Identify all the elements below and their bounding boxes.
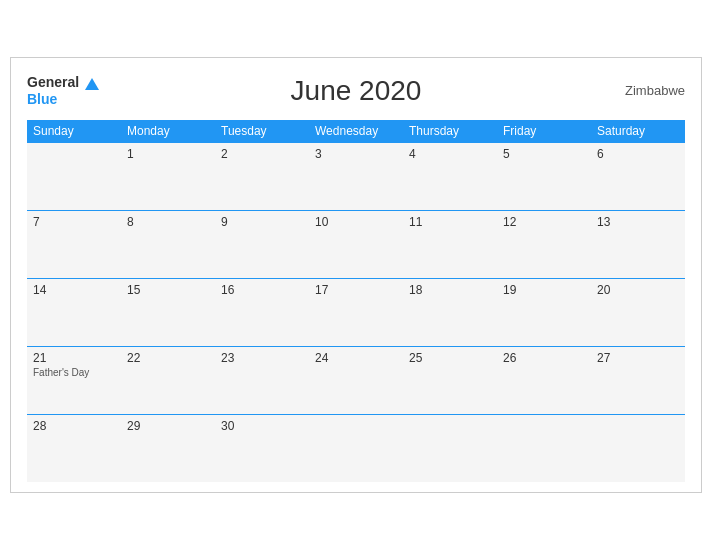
date-number: 6 (597, 147, 679, 161)
header-saturday: Saturday (591, 120, 685, 143)
date-number: 26 (503, 351, 585, 365)
date-number: 12 (503, 215, 585, 229)
calendar-cell: 5 (497, 142, 591, 210)
date-number: 10 (315, 215, 397, 229)
calendar-cell: 1 (121, 142, 215, 210)
date-number: 17 (315, 283, 397, 297)
calendar-cell: 13 (591, 210, 685, 278)
calendar-cell: 18 (403, 278, 497, 346)
date-number: 23 (221, 351, 303, 365)
calendar-cell: 2 (215, 142, 309, 210)
calendar-cell (309, 414, 403, 482)
date-number: 4 (409, 147, 491, 161)
calendar-cell: 6 (591, 142, 685, 210)
logo-blue-text: Blue (27, 91, 57, 108)
date-number: 20 (597, 283, 679, 297)
header-monday: Monday (121, 120, 215, 143)
header-wednesday: Wednesday (309, 120, 403, 143)
date-number: 13 (597, 215, 679, 229)
calendar-grid: Sunday Monday Tuesday Wednesday Thursday… (27, 120, 685, 483)
calendar-header: General Blue June 2020 Zimbabwe (27, 74, 685, 108)
calendar-cell: 9 (215, 210, 309, 278)
calendar-cell: 12 (497, 210, 591, 278)
week-row-0: 123456 (27, 142, 685, 210)
week-row-4: 282930 (27, 414, 685, 482)
calendar-cell: 4 (403, 142, 497, 210)
calendar-cell: 22 (121, 346, 215, 414)
date-number: 22 (127, 351, 209, 365)
date-number: 24 (315, 351, 397, 365)
calendar-cell: 28 (27, 414, 121, 482)
date-number: 19 (503, 283, 585, 297)
calendar-cell: 30 (215, 414, 309, 482)
date-number: 29 (127, 419, 209, 433)
date-number: 28 (33, 419, 115, 433)
calendar-title: June 2020 (291, 75, 422, 107)
calendar-cell: 26 (497, 346, 591, 414)
date-number: 7 (33, 215, 115, 229)
date-number: 18 (409, 283, 491, 297)
date-number: 5 (503, 147, 585, 161)
calendar-cell: 14 (27, 278, 121, 346)
date-number: 25 (409, 351, 491, 365)
date-number: 30 (221, 419, 303, 433)
week-row-1: 78910111213 (27, 210, 685, 278)
calendar-cell (27, 142, 121, 210)
logo-triangle-icon (85, 78, 99, 90)
event-label: Father's Day (33, 367, 115, 378)
calendar-cell: 21Father's Day (27, 346, 121, 414)
date-number: 27 (597, 351, 679, 365)
calendar-cell (497, 414, 591, 482)
calendar-cell: 17 (309, 278, 403, 346)
calendar-cell: 29 (121, 414, 215, 482)
calendar-cell: 24 (309, 346, 403, 414)
logo-general-text: General (27, 74, 79, 90)
calendar-cell (403, 414, 497, 482)
calendar-cell: 7 (27, 210, 121, 278)
calendar-cell: 27 (591, 346, 685, 414)
calendar-cell: 11 (403, 210, 497, 278)
day-header-row: Sunday Monday Tuesday Wednesday Thursday… (27, 120, 685, 143)
header-friday: Friday (497, 120, 591, 143)
week-row-2: 14151617181920 (27, 278, 685, 346)
week-row-3: 21Father's Day222324252627 (27, 346, 685, 414)
date-number: 11 (409, 215, 491, 229)
calendar-cell: 19 (497, 278, 591, 346)
header-tuesday: Tuesday (215, 120, 309, 143)
calendar-country: Zimbabwe (625, 83, 685, 98)
date-number: 9 (221, 215, 303, 229)
header-sunday: Sunday (27, 120, 121, 143)
calendar-container: General Blue June 2020 Zimbabwe Sunday M… (10, 57, 702, 493)
date-number: 2 (221, 147, 303, 161)
calendar-cell: 20 (591, 278, 685, 346)
date-number: 14 (33, 283, 115, 297)
date-number: 8 (127, 215, 209, 229)
calendar-cell: 15 (121, 278, 215, 346)
date-number: 21 (33, 351, 115, 365)
calendar-cell: 25 (403, 346, 497, 414)
calendar-cell: 10 (309, 210, 403, 278)
logo-top-row: General (27, 74, 99, 91)
date-number: 16 (221, 283, 303, 297)
calendar-cell: 8 (121, 210, 215, 278)
date-number: 15 (127, 283, 209, 297)
calendar-cell: 23 (215, 346, 309, 414)
date-number: 3 (315, 147, 397, 161)
date-number: 1 (127, 147, 209, 161)
calendar-cell (591, 414, 685, 482)
calendar-cell: 16 (215, 278, 309, 346)
header-thursday: Thursday (403, 120, 497, 143)
logo: General Blue (27, 74, 99, 108)
calendar-cell: 3 (309, 142, 403, 210)
